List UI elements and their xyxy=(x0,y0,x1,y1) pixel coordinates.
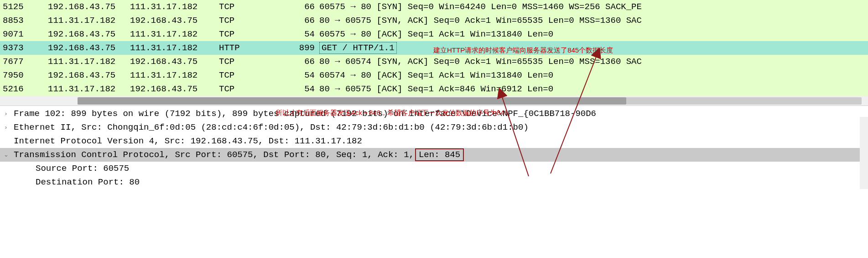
detail-eth-text: Ethernet II, Src: Chongqin_6f:0d:05 (28:… xyxy=(14,121,529,134)
packet-row[interactable]: 7950192.168.43.75111.31.17.182TCP5460574… xyxy=(0,68,868,82)
col-source: 111.31.17.182 xyxy=(48,82,130,96)
col-info: 80 → 60575 [ACK] Seq=1 Ack=846 Win=6912 … xyxy=(319,82,868,96)
packet-row[interactable]: 9373192.168.43.75111.31.17.182HTTP899GET… xyxy=(0,41,868,55)
chevron-right-icon[interactable]: › xyxy=(2,110,10,118)
col-info: 80 → 60574 [SYN, ACK] Seq=0 Ack=1 Win=65… xyxy=(319,55,868,68)
col-no: 7677 xyxy=(0,55,48,68)
col-protocol: TCP xyxy=(219,55,278,68)
col-no: 9071 xyxy=(0,27,48,41)
scrollbar-track[interactable] xyxy=(78,97,862,105)
col-length: 66 xyxy=(278,0,319,14)
chevron-down-icon[interactable]: ⌄ xyxy=(2,151,10,159)
col-protocol: TCP xyxy=(219,82,278,96)
col-info: 60574 → 80 [ACK] Seq=1 Ack=1 Win=131840 … xyxy=(319,68,868,82)
col-info: 60575 → 80 [SYN] Seq=0 Win=64240 Len=0 M… xyxy=(319,0,868,14)
col-no: 8853 xyxy=(0,14,48,27)
col-source: 192.168.43.75 xyxy=(48,41,130,55)
packet-row[interactable]: 8853111.31.17.182192.168.43.75TCP6680 → … xyxy=(0,14,868,27)
col-protocol: TCP xyxy=(219,27,278,41)
col-destination: 111.31.17.182 xyxy=(130,68,219,82)
col-length: 54 xyxy=(278,27,319,41)
col-info: GET / HTTP/1.1 建立HTTP请求的时候客户端向服务器发送了845个… xyxy=(319,41,868,55)
annotation-ack-explain: 所以才有后面服务器发送Ack＝846，希望客户端下一次发的数据的序号为846 xyxy=(275,109,508,117)
chevron-right-icon[interactable]: › xyxy=(2,123,10,132)
detail-ip[interactable]: Internet Protocol Version 4, Src: 192.16… xyxy=(0,134,868,148)
detail-ethernet[interactable]: › Ethernet II, Src: Chongqin_6f:0d:05 (2… xyxy=(0,121,868,134)
col-destination: 192.168.43.75 xyxy=(130,14,219,27)
col-source: 192.168.43.75 xyxy=(48,27,130,41)
col-info: 80 → 60575 [SYN, ACK] Seq=0 Ack=1 Win=65… xyxy=(319,14,868,27)
col-no: 5216 xyxy=(0,82,48,96)
detail-dstport-text: Destination Port: 80 xyxy=(36,175,140,189)
vertical-scrollbar[interactable] xyxy=(860,117,868,189)
packet-row[interactable]: 9071192.168.43.75111.31.17.182TCP5460575… xyxy=(0,27,868,41)
col-length: 899 xyxy=(278,41,319,55)
col-no: 5125 xyxy=(0,0,48,14)
detail-dstport[interactable]: Destination Port: 80 xyxy=(0,175,868,189)
detail-srcport[interactable]: Source Port: 60575 xyxy=(0,162,868,175)
http-request-highlight: GET / HTTP/1.1 xyxy=(319,42,397,54)
col-length: 54 xyxy=(278,68,319,82)
col-protocol: HTTP xyxy=(219,41,278,55)
detail-srcport-text: Source Port: 60575 xyxy=(36,162,129,175)
detail-ip-text: Internet Protocol Version 4, Src: 192.16… xyxy=(14,134,362,148)
col-source: 111.31.17.182 xyxy=(48,55,130,68)
col-no: 7950 xyxy=(0,68,48,82)
packet-list[interactable]: 5125192.168.43.75111.31.17.182TCP6660575… xyxy=(0,0,868,96)
col-protocol: TCP xyxy=(219,68,278,82)
col-protocol: TCP xyxy=(219,0,278,14)
col-info: 60575 → 80 [ACK] Seq=1 Ack=1 Win=131840 … xyxy=(319,27,868,41)
col-source: 111.31.17.182 xyxy=(48,14,130,27)
scrollbar-thumb[interactable] xyxy=(78,97,626,105)
col-length: 66 xyxy=(278,14,319,27)
col-destination: 192.168.43.75 xyxy=(130,55,219,68)
col-destination: 192.168.43.75 xyxy=(130,82,219,96)
annotation-http-len: 建立HTTP请求的时候客户端向服务器发送了845个数据长度 xyxy=(433,43,613,55)
packet-details-pane[interactable]: 所以才有后面服务器发送Ack＝846，希望客户端下一次发的数据的序号为846 ›… xyxy=(0,106,868,189)
col-destination: 111.31.17.182 xyxy=(130,0,219,14)
detail-tcp-text-pre: Transmission Control Protocol, Src Port:… xyxy=(14,148,414,162)
packet-row[interactable]: 5216111.31.17.182192.168.43.75TCP5480 → … xyxy=(0,82,868,96)
packet-row[interactable]: 5125192.168.43.75111.31.17.182TCP6660575… xyxy=(0,0,868,14)
col-source: 192.168.43.75 xyxy=(48,0,130,14)
detail-tcp[interactable]: ⌄ Transmission Control Protocol, Src Por… xyxy=(0,148,868,162)
col-length: 54 xyxy=(278,82,319,96)
packet-row[interactable]: 7677111.31.17.182192.168.43.75TCP6680 → … xyxy=(0,55,868,68)
col-no: 9373 xyxy=(0,41,48,55)
horizontal-scrollbar[interactable] xyxy=(0,96,868,106)
col-length: 66 xyxy=(278,55,319,68)
col-destination: 111.31.17.182 xyxy=(130,41,219,55)
col-source: 192.168.43.75 xyxy=(48,68,130,82)
col-protocol: TCP xyxy=(219,14,278,27)
tcp-len-highlight: Len: 845 xyxy=(415,148,464,161)
col-destination: 111.31.17.182 xyxy=(130,27,219,41)
